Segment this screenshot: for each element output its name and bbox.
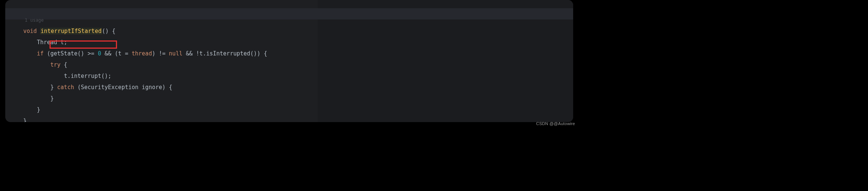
watermark: CSDN @@Autowire [536,121,575,126]
code-editor-panel: 1 usage void interruptIfStarted() { Thre… [5,0,573,122]
field-thread: thread [132,50,152,57]
brace: } [37,106,40,113]
code-block[interactable]: 1 usage void interruptIfStarted() { Thre… [5,0,573,122]
brace: } [23,118,27,122]
usage-hint[interactable]: 1 usage [25,18,44,23]
code-line: Thread t; [37,39,67,46]
keyword-try: try [50,61,60,68]
code-text: ) != [152,50,169,57]
keyword-void: void [23,28,37,34]
keyword-null: null [169,50,182,57]
keyword-catch: catch [57,84,74,91]
keyword-if: if [37,50,44,57]
method-name: interruptIfStarted [40,28,102,34]
brace: } [50,84,57,91]
code-text: && !t.isInterrupted()) { [182,50,267,57]
literal-zero: 0 [98,50,101,57]
code-text: (getState() >= [44,50,98,57]
brace: } [50,95,54,102]
method-signature-tail: () { [102,28,116,34]
code-text: (SecurityException ignore) { [74,84,172,91]
code-text: && (t = [101,50,132,57]
interrupt-call: t.interrupt(); [64,73,111,79]
brace: { [60,61,67,68]
